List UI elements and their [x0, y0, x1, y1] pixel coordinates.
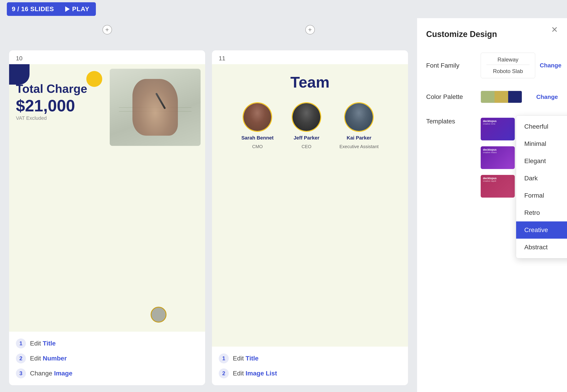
template-napoli[interactable]: decktopus creative napoli [481, 175, 515, 197]
swatch-2 [494, 91, 508, 103]
slide-11-edit-2[interactable]: 2 Edit Image List [219, 368, 401, 378]
font-top: Raleway [486, 56, 530, 65]
slide-10-card[interactable]: 10 Total Charge $21,000 VAT Excluded [9, 50, 205, 385]
slide-10-column: + 10 Total Charge $21,000 VAT Excluded [9, 25, 205, 385]
add-before-10-button[interactable]: + [103, 25, 112, 34]
dropdown-dark[interactable]: Dark [516, 170, 567, 187]
slide-10-text-area: Total Charge $21,000 VAT Excluded [16, 82, 96, 121]
slide-10-title: Total Charge [16, 82, 96, 95]
team-members: Sarah Bennet CMO Jeff Parker CEO [232, 102, 388, 149]
color-swatches[interactable] [481, 91, 522, 103]
dropdown-elegant[interactable]: Elegant [516, 153, 567, 170]
top-bar: 9 / 16 SLIDES PLAY [0, 0, 567, 18]
avatar-jeff [292, 102, 321, 132]
team-member-kai: Kai Parker Executive Assistant [339, 102, 378, 149]
dropdown-minimal[interactable]: Minimal [516, 135, 567, 153]
templates-row: Templates decktopus creative rome dec [426, 115, 558, 197]
slide-11-title: Team [290, 73, 330, 91]
slide-10-gold-circle [151, 307, 166, 322]
slide-11-content: Team Sarah Bennet CMO [212, 64, 408, 347]
template-rome[interactable]: decktopus creative rome [481, 118, 515, 140]
slide-10-edit-1[interactable]: 1 Edit Title [16, 338, 198, 349]
slide-11-card[interactable]: 11 Team Sarah Bennet CMO [212, 50, 408, 385]
change-color-button[interactable]: Change [536, 94, 558, 100]
slide-11-edit-list: 1 Edit Title 2 Edit Image List [212, 347, 408, 385]
slide-11-edit-1[interactable]: 1 Edit Title [219, 353, 401, 364]
slide-10-edit-3[interactable]: 3 Change Image [16, 368, 198, 378]
add-before-11-button[interactable]: + [305, 25, 315, 34]
font-family-label: Font Family [426, 62, 476, 69]
slide-11-column: + 11 Team Sarah Bennet CMO [212, 25, 408, 385]
slide-10-deco-shape [9, 64, 30, 85]
font-family-row: Font Family Raleway Roboto Slab Change [426, 53, 558, 78]
member-role-sarah: CMO [252, 144, 263, 149]
templates-label: Templates [426, 115, 476, 125]
member-role-kai: Executive Assistant [339, 144, 378, 149]
dropdown-retro[interactable]: Retro [516, 204, 567, 221]
swatch-1 [481, 91, 494, 103]
dropdown-abstract[interactable]: Abstract [516, 239, 567, 256]
member-name-jeff: Jeff Parker [294, 135, 319, 141]
swatch-3 [508, 91, 522, 103]
slide-10-content: Total Charge $21,000 VAT Excluded [9, 64, 205, 332]
change-font-button[interactable]: Change [540, 62, 561, 69]
templates-dropdown[interactable]: Cheerful Minimal Elegant Dark Formal Ret… [516, 115, 567, 258]
right-panel: Customize Design ✕ Font Family Raleway R… [417, 18, 567, 392]
slide-10-edit-list: 1 Edit Title 2 Edit Number 3 Change Imag… [9, 332, 205, 385]
template-milan[interactable]: decktopus creative milano [481, 146, 515, 169]
slide-10-marker: + [9, 25, 205, 34]
play-button[interactable]: PLAY [59, 2, 96, 16]
slides-count: 9 / 16 SLIDES [7, 2, 59, 16]
avatar-sarah [243, 102, 272, 132]
slide-10-number: 10 [9, 50, 205, 64]
team-member-jeff: Jeff Parker CEO [292, 102, 321, 149]
slide-10-edit-2[interactable]: 2 Edit Number [16, 353, 198, 364]
templates-section: Templates decktopus creative rome dec [426, 115, 558, 197]
slide-10-vat: VAT Excluded [16, 115, 96, 121]
slide-11-number: 11 [212, 50, 408, 64]
close-button[interactable]: ✕ [551, 25, 558, 34]
member-name-kai: Kai Parker [347, 135, 372, 141]
team-member-sarah: Sarah Bennet CMO [241, 102, 273, 149]
main-area: + 10 Total Charge $21,000 VAT Excluded [0, 18, 567, 392]
member-name-sarah: Sarah Bennet [241, 135, 273, 141]
slide-11-marker: + [212, 25, 408, 34]
panel-title: Customize Design [426, 29, 558, 39]
color-palette-row: Color Palette Change [426, 91, 558, 103]
dropdown-cheerful[interactable]: Cheerful [516, 118, 567, 135]
font-bottom: Roboto Slab [493, 68, 523, 74]
slides-area: + 10 Total Charge $21,000 VAT Excluded [0, 18, 417, 392]
avatar-kai [344, 102, 374, 132]
member-role-jeff: CEO [302, 144, 312, 149]
slide-10-amount: $21,000 [16, 98, 96, 114]
dropdown-formal[interactable]: Formal [516, 187, 567, 204]
play-icon [65, 6, 70, 12]
slide-10-image [110, 69, 201, 146]
color-palette-label: Color Palette [426, 93, 476, 100]
font-box: Raleway Roboto Slab [481, 53, 535, 78]
dropdown-creative[interactable]: Creative [516, 221, 567, 239]
